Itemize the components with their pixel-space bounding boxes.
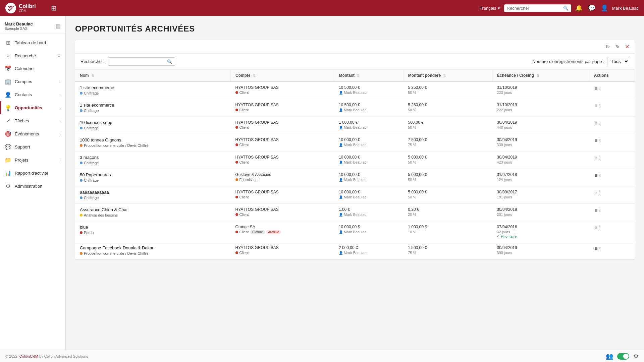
row-actions-icon[interactable]: ≡ ⁝ (594, 189, 601, 196)
cell-montant-pondere: 5 000,00 € 50 % (403, 186, 492, 204)
sidebar-item-calendrier[interactable]: 📅 Calendrier (0, 62, 65, 75)
sidebar-item-rapport-activite[interactable]: 📊 Rapport d'activité (0, 167, 65, 180)
compte-value: HYATTOS GROUP SAS (235, 190, 329, 194)
cell-montant-pondere: 5 000,00 € 50 % (403, 152, 492, 169)
row-actions-icon[interactable]: ≡ ⁝ (594, 102, 601, 109)
logo[interactable]: 🕊 Colibri CRM (5, 3, 46, 13)
logo-name: Colibri (19, 3, 36, 9)
row-actions-icon[interactable]: ≡ ⁝ (594, 207, 601, 214)
cell-echeance: 30/04/2019 390 jours (492, 242, 589, 259)
language-chevron-icon: ▾ (498, 6, 500, 11)
pct-value: 75 % (408, 143, 487, 147)
row-actions-icon[interactable]: ≡ ⁝ (594, 137, 601, 144)
sort-nom-icon[interactable]: ⇅ (91, 74, 94, 77)
comptes-icon: 🏢 (5, 78, 11, 85)
montant-pondere-value: 500,00 € (408, 120, 487, 125)
sidebar-item-label: Rapport d'activité (15, 171, 48, 176)
cell-actions: ≡ ⁝ (589, 242, 635, 259)
col-montant[interactable]: Montant ⇅ (334, 70, 403, 81)
cell-echeance: 30/04/2019 330 jours (492, 134, 589, 152)
grid-menu-icon[interactable]: ⊞ (50, 3, 58, 13)
tag-dot-icon (80, 127, 83, 129)
cell-echeance: 07/04/2016 32 jours✓Prioritaire (492, 221, 589, 242)
projets-icon: 📁 (5, 157, 11, 163)
compte-value: Gustave & Associés (235, 172, 329, 177)
sidebar-item-contacts[interactable]: 👤 Contacts › (0, 88, 65, 101)
col-echeance[interactable]: Échéance / Closing ⇅ (492, 70, 589, 81)
close-icon[interactable]: ✕ (624, 43, 631, 51)
user-name-label[interactable]: Mark Beaulac (612, 6, 639, 11)
sidebar-item-taches[interactable]: ✓ Tâches › (0, 114, 65, 127)
nom-value: 1000 tonnes Oignons (80, 137, 226, 142)
settings-icon[interactable]: ⚙ (633, 353, 639, 360)
cell-compte: HYATTOS GROUP SAS Client (231, 152, 334, 169)
row-actions-icon[interactable]: ≡ ⁝ (594, 245, 601, 252)
row-actions-icon[interactable]: ≡ ⁝ (594, 120, 601, 127)
compte-value: HYATTOS GROUP SAS (235, 137, 329, 142)
pct-value: 50 % (408, 90, 487, 95)
sort-montant-icon[interactable]: ⇅ (357, 74, 360, 77)
cell-montant-pondere: 5 250,00 € 50 % (403, 81, 492, 99)
row-actions-icon[interactable]: ≡ ⁝ (594, 172, 601, 179)
search-input-wrapper[interactable]: 🔍 (108, 57, 175, 66)
refresh-icon[interactable]: ↻ (604, 43, 611, 51)
active-toggle[interactable] (617, 353, 629, 360)
sidebar-item-evenements[interactable]: 🎯 Événements › (0, 127, 65, 140)
cell-actions: ≡ ⁝ (589, 152, 635, 169)
sidebar-item-projets[interactable]: 📁 Projets › (0, 154, 65, 167)
cell-montant: 1 000,00 € 👤 Mark Beaulac (334, 117, 403, 134)
sidebar-user-settings-icon[interactable]: ▤ (56, 23, 61, 29)
sidebar-item-administration[interactable]: ⚙ Administration (0, 180, 65, 193)
users-icon[interactable]: 👥 (606, 353, 613, 360)
col-nom[interactable]: Nom ⇅ (75, 70, 231, 81)
cell-montant-pondere: 7 500,00 € 75 % (403, 134, 492, 152)
col-montant-pondere[interactable]: Montant pondéré ⇅ (403, 70, 492, 81)
cell-nom: 1 site ecommerce Chiffrage (75, 99, 231, 117)
search-input[interactable] (111, 59, 165, 64)
sort-compte-icon[interactable]: ⇅ (253, 74, 256, 77)
montant-value: 1 000,00 € (339, 120, 398, 125)
admin-icon: ⚙ (5, 183, 11, 189)
tag-value: Chiffrage (80, 109, 99, 113)
sidebar-item-tableau-de-bord[interactable]: ⊞ Tableau de bord (0, 36, 65, 49)
sort-echeance-icon[interactable]: ⇅ (536, 74, 539, 77)
cloture-badge: Clôturé (250, 230, 265, 234)
row-actions-icon[interactable]: ≡ ⁝ (594, 224, 601, 231)
montant-value: 10 500,00 € (339, 85, 398, 90)
sidebar-item-recherche[interactable]: ○ Recherche ⚙ (0, 49, 65, 62)
row-actions-icon[interactable]: ≡ ⁝ (594, 85, 601, 92)
cell-montant: 10 000,00 $ 👤 Mark Beaulac (334, 221, 403, 242)
top-search-box[interactable]: 🔍 (504, 4, 571, 12)
taches-icon: ✓ (5, 118, 11, 124)
sidebar-item-comptes[interactable]: 🏢 Comptes › (0, 75, 65, 88)
sort-montant-pondere-icon[interactable]: ⇅ (443, 74, 446, 77)
user-circle-icon[interactable]: 👤 (601, 4, 608, 12)
logo-sub: CRM (19, 9, 36, 13)
cell-compte: HYATTOS GROUP SAS Client (231, 99, 334, 117)
footer-brand-link[interactable]: ColibriCRM (19, 354, 38, 358)
tag-dot-icon (80, 92, 83, 95)
cell-compte: HYATTOS GROUP SAS Client (231, 204, 334, 221)
language-selector[interactable]: Français ▾ (480, 6, 500, 11)
cell-nom: blue Perdu (75, 221, 231, 242)
main-content: OPPORTUNITÉS ARCHIVÉES ↻ ✎ ✕ Rechercher … (66, 16, 644, 350)
records-per-page-select[interactable]: Tous 10 25 50 100 (607, 57, 629, 66)
person-icon: 👤 (339, 178, 343, 182)
sidebar-item-opportunites[interactable]: 💡 Opportunités › (0, 101, 65, 114)
assigned-value: 👤 Mark Beaulac (339, 230, 398, 234)
edit-icon[interactable]: ✎ (614, 43, 621, 51)
montant-value: 10 000,00 $ (339, 225, 398, 229)
montant-pondere-value: 1 000,00 $ (408, 225, 487, 229)
chat-icon[interactable]: 💬 (588, 4, 595, 12)
archive-badge: Archivé (266, 230, 281, 234)
top-navigation: 🕊 Colibri CRM ⊞ Français ▾ 🔍 🔔 💬 👤 Mark … (0, 0, 644, 16)
bell-icon[interactable]: 🔔 (575, 4, 583, 12)
search-label: Rechercher : (80, 59, 105, 64)
col-compte[interactable]: Compte ⇅ (231, 70, 334, 81)
row-actions-icon[interactable]: ≡ ⁝ (594, 155, 601, 162)
sidebar-item-support[interactable]: 💬 Support (0, 140, 65, 154)
compte-type-value: Client (235, 125, 329, 129)
col-nom-label: Nom (80, 73, 89, 78)
top-search-input[interactable] (507, 6, 561, 11)
tag-value: Chiffrage (80, 91, 99, 95)
